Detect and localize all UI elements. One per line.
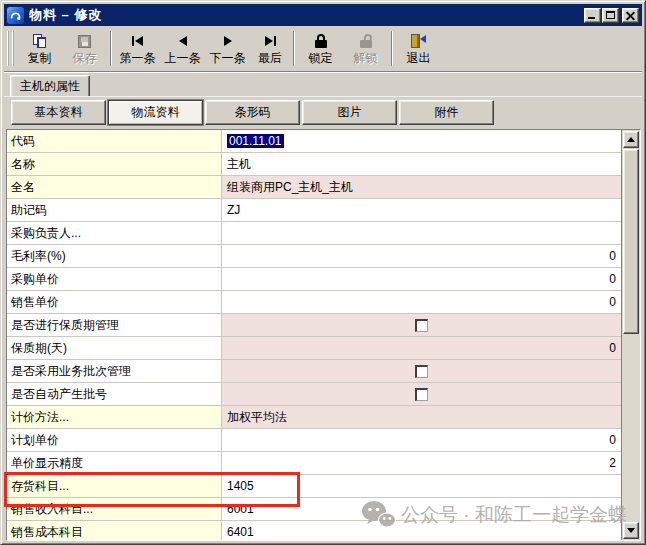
field-value-planned-price[interactable]: 0 (222, 429, 621, 451)
field-label: 计价方法... (7, 406, 222, 428)
property-row: 销售单价 0 (7, 291, 621, 314)
scrollbar-thumb[interactable] (623, 149, 639, 334)
field-label: 计划单价 (7, 429, 222, 451)
maximize-icon (606, 11, 615, 19)
property-row: 采购单价 0 (7, 268, 621, 291)
save-button: 保存 (62, 28, 107, 69)
field-label: 采购负责人... (7, 222, 222, 244)
tab-image[interactable]: 图片 (302, 100, 397, 125)
property-row: 毛利率(%) 0 (7, 245, 621, 268)
exit-icon (411, 32, 426, 50)
toolbar-divider (4, 71, 642, 73)
toolbar-separator (110, 31, 112, 66)
tab-basic-info[interactable]: 基本资料 (11, 100, 106, 125)
next-record-button[interactable]: 下一条 (205, 28, 250, 69)
field-label: 单价显示精度 (7, 452, 222, 474)
field-value-auto-batch-flag (222, 383, 621, 405)
exit-button[interactable]: 退出 (396, 28, 441, 69)
property-row: 助记码 ZJ (7, 199, 621, 222)
property-row: 名称 主机 (7, 153, 621, 176)
field-value-mnemonic[interactable]: ZJ (222, 199, 621, 221)
field-value-inventory-account[interactable]: 1405 (222, 475, 621, 497)
scroll-up-button[interactable] (623, 131, 639, 148)
previous-record-button[interactable]: 上一条 (160, 28, 205, 69)
copy-icon (33, 32, 47, 50)
checkbox[interactable] (415, 365, 428, 378)
field-label: 助记码 (7, 199, 222, 221)
toolbar-separator (293, 31, 295, 66)
field-label: 销售成本科目 (7, 521, 222, 541)
property-row: 采购负责人... (7, 222, 621, 245)
toolbar: 复制 保存 第一条 上一条 下一条 最后 锁定 (4, 26, 642, 71)
property-row: 是否进行保质期管理 (7, 314, 621, 337)
tab-logistics-info[interactable]: 物流资料 (108, 100, 203, 125)
kingdee-cloud-logo (8, 8, 23, 23)
field-value-batch-mgmt-flag (222, 360, 621, 382)
field-label: 采购单价 (7, 268, 222, 290)
field-label: 存货科目... (7, 475, 222, 497)
watermark: 公众号 · 和陈工一起学金蝶 (361, 500, 627, 529)
copy-button[interactable]: 复制 (17, 28, 62, 69)
field-value-name[interactable]: 主机 (222, 153, 621, 175)
tab-barcode[interactable]: 条形码 (205, 100, 300, 125)
maximize-button[interactable] (602, 8, 619, 23)
save-icon (78, 32, 91, 50)
arrow-up-icon (627, 137, 635, 142)
field-label: 名称 (7, 153, 222, 175)
field-label: 毛利率(%) (7, 245, 222, 267)
field-value-gross-margin[interactable]: 0 (222, 245, 621, 267)
property-row: 代码 001.11.01 (7, 130, 621, 153)
property-row: 全名 组装商用PC_主机_主机 (7, 176, 621, 199)
tab-label: 主机的属性 (20, 78, 80, 95)
window-title: 物料 – 修改 (29, 6, 584, 24)
last-record-button[interactable]: 最后 (250, 28, 290, 69)
last-record-icon (265, 32, 276, 50)
field-label: 销售收入科目... (7, 498, 222, 520)
wechat-icon (361, 500, 396, 529)
checkbox[interactable] (415, 319, 428, 332)
field-label: 销售单价 (7, 291, 222, 313)
tab-host-properties[interactable]: 主机的属性 (10, 75, 90, 97)
field-label: 保质期(天) (7, 337, 222, 359)
minimize-icon (588, 17, 595, 19)
unlock-icon (360, 32, 372, 50)
toolbar-separator (391, 31, 393, 66)
property-row: 存货科目... 1405 (7, 475, 621, 498)
vertical-scrollbar[interactable] (621, 130, 640, 540)
field-value-purchaser[interactable] (222, 222, 621, 244)
property-row: 保质期(天) 0 (7, 337, 621, 360)
close-button[interactable] (622, 8, 639, 23)
first-record-icon (132, 32, 143, 50)
field-value-price-precision[interactable]: 2 (222, 452, 621, 474)
arrow-down-icon (627, 528, 635, 533)
field-value-shelf-life-flag (222, 314, 621, 336)
property-row: 计划单价 0 (7, 429, 621, 452)
checkbox[interactable] (415, 388, 428, 401)
lock-button[interactable]: 锁定 (298, 28, 343, 69)
first-record-button[interactable]: 第一条 (115, 28, 160, 69)
previous-record-icon (179, 32, 187, 50)
property-grid: 代码 001.11.01 名称 主机 全名 组装商用PC_主机_主机 助记码 Z… (6, 129, 641, 541)
toolbar-grip[interactable] (7, 31, 14, 66)
minimize-button[interactable] (584, 8, 601, 23)
field-value-costing-method[interactable]: 加权平均法 (222, 406, 621, 428)
selected-text: 001.11.01 (227, 134, 284, 148)
app-icon (7, 7, 24, 24)
field-value-sale-price[interactable]: 0 (222, 291, 621, 313)
field-label: 代码 (7, 130, 222, 152)
material-modify-window: 物料 – 修改 复制 保存 第一条 上一条 (0, 0, 646, 545)
watermark-text: 公众号 · 和陈工一起学金蝶 (401, 502, 627, 528)
property-row: 计价方法... 加权平均法 (7, 406, 621, 429)
field-value-shelf-life-days[interactable]: 0 (222, 337, 621, 359)
field-value-fullname[interactable]: 组装商用PC_主机_主机 (222, 176, 621, 198)
field-value-purchase-price[interactable]: 0 (222, 268, 621, 290)
titlebar[interactable]: 物料 – 修改 (4, 4, 642, 26)
field-label: 是否采用业务批次管理 (7, 360, 222, 382)
field-label: 是否进行保质期管理 (7, 314, 222, 336)
field-value-code[interactable]: 001.11.01 (222, 130, 621, 152)
tab-baseline (4, 96, 642, 97)
property-rows: 代码 001.11.01 名称 主机 全名 组装商用PC_主机_主机 助记码 Z… (7, 130, 621, 540)
property-row: 是否自动产生批号 (7, 383, 621, 406)
tab-attachment[interactable]: 附件 (399, 100, 494, 125)
close-icon (625, 11, 636, 20)
